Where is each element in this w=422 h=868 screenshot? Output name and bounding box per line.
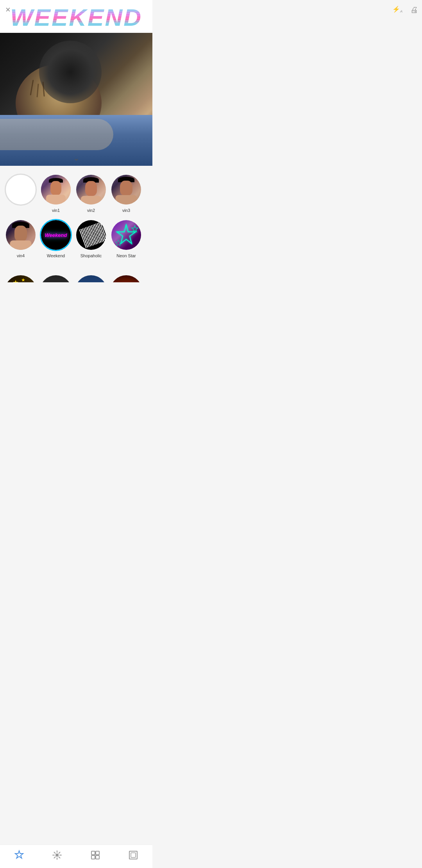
filter-item-shopaholic[interactable]: Shopaholic [75,219,107,258]
filter-circle-vin4[interactable] [5,219,37,251]
filter-label-vin3: vin3 [122,208,130,213]
filter-item-neonstar[interactable]: Neon Star [110,219,142,258]
filter-item-vin4[interactable]: vin4 [5,219,37,258]
filter-label-vin2: vin2 [87,208,95,213]
filter-circle-empty[interactable] [5,174,37,206]
filter-circle-vin2[interactable] [75,174,107,206]
filter-circle-neonstar[interactable] [110,219,142,251]
filter-label-neonstar: Neon Star [116,253,136,258]
app-title: WEEKEND [10,5,142,30]
photo-area: ⌄ [0,33,152,166]
filter-label-weekend: Weekend [47,253,65,258]
weekend-filter-bg: Weekend [41,220,71,250]
filter-circle-shopaholic[interactable] [75,219,107,251]
neon-star-svg [111,220,141,250]
filter-label-vin1: vin1 [52,208,60,213]
filter-half-stars[interactable]: ★ ★ [5,275,37,282]
filter-half-blue[interactable] [75,275,107,282]
cat-photo [0,33,152,166]
filter-circle-vin1[interactable] [40,174,72,206]
filter-row-1: vin1 vin2 vin3 [0,172,152,217]
shopaholic-filter-bg [76,220,106,250]
filter-item-weekend[interactable]: Weekend Weekend [40,219,72,258]
filter-item-vin3[interactable]: vin3 [110,174,142,213]
filter-row-3: ★ ★ [0,263,152,282]
chevron-down-icon[interactable]: ⌄ [73,153,80,163]
svg-marker-1 [132,226,138,232]
filter-label-vin4: vin4 [17,253,25,258]
filter-row-2: vin4 Weekend Weekend Shopaholic [0,217,152,263]
filter-circle-weekend[interactable]: Weekend [40,219,72,251]
filter-item-vin2[interactable]: vin2 [75,174,107,213]
filter-half-dark[interactable] [40,275,72,282]
filter-circle-vin3[interactable] [110,174,142,206]
filter-item-vin1[interactable]: vin1 [40,174,72,213]
filter-label-shopaholic: Shopaholic [80,253,102,258]
neonstar-filter-bg [111,220,141,250]
filters-container: vin1 vin2 vin3 [0,166,152,285]
weekend-filter-text: Weekend [45,232,67,238]
svg-marker-2 [115,240,122,246]
title-area: WEEKEND [0,0,152,33]
filter-item-empty[interactable] [5,174,37,208]
filter-half-warm[interactable] [110,275,142,282]
svg-marker-0 [117,225,136,244]
